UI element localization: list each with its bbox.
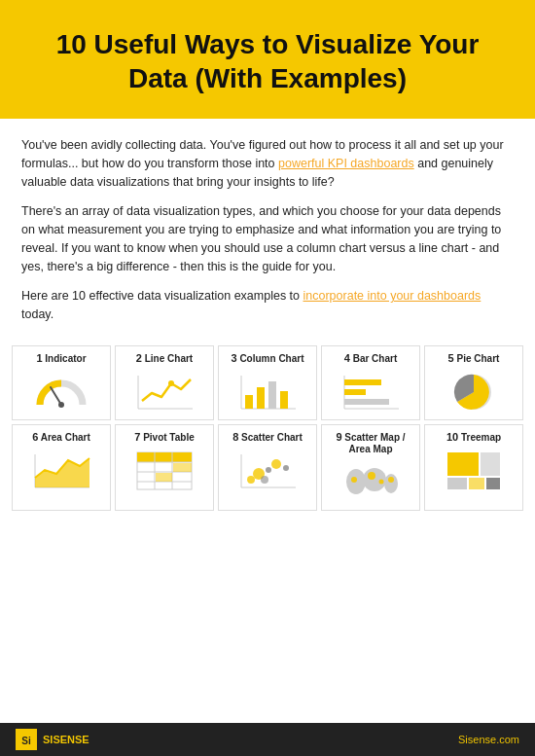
page-wrapper: 10 Useful Ways to Visualize Your Data (W…: [0, 0, 535, 756]
svg-rect-28: [173, 463, 192, 472]
treemap-icon: [443, 450, 505, 492]
card-scatter-map: 9 Scatter Map / Area Map: [321, 424, 420, 511]
card-pivot-table: 7 Pivot Table: [115, 424, 214, 511]
footer: Si SISENSE Sisense.com: [0, 723, 535, 756]
scatter-chart-icon: [236, 450, 299, 492]
svg-point-31: [247, 476, 255, 484]
paragraph-1: You've been avidly collecting data. You'…: [21, 136, 514, 191]
card-column-chart: 3 Column Chart: [218, 345, 317, 420]
card-scatter-chart: 8 Scatter Chart: [218, 424, 317, 511]
svg-rect-21: [137, 452, 192, 462]
svg-rect-9: [268, 381, 276, 409]
column-chart-icon: [236, 371, 299, 414]
svg-point-4: [168, 380, 174, 386]
svg-text:Si: Si: [21, 736, 31, 746]
pie-chart-icon: [443, 371, 505, 414]
scatter-map-icon: [339, 461, 402, 504]
card-line-chart: 2 Line Chart: [115, 345, 214, 420]
content-section: You've been avidly collecting data. You'…: [0, 119, 535, 345]
svg-point-1: [58, 402, 64, 408]
svg-rect-27: [156, 473, 172, 482]
svg-rect-45: [481, 452, 500, 476]
svg-line-0: [51, 387, 61, 405]
svg-point-42: [379, 480, 384, 485]
svg-rect-7: [245, 395, 253, 409]
svg-rect-44: [447, 452, 479, 476]
line-chart-icon: [133, 371, 196, 414]
svg-rect-14: [344, 389, 366, 395]
svg-point-33: [266, 467, 271, 473]
card-indicator: 1 Indicator: [12, 345, 111, 420]
card-bar-chart: 4 Bar Chart: [321, 345, 420, 420]
area-chart-icon: [30, 450, 92, 492]
svg-marker-19: [35, 458, 89, 487]
svg-point-41: [368, 472, 375, 480]
svg-rect-8: [257, 387, 265, 409]
indicator-icon: [30, 371, 92, 414]
svg-rect-13: [344, 379, 381, 385]
svg-point-36: [261, 476, 268, 484]
incorporate-link[interactable]: incorporate into your dashboards: [303, 289, 482, 303]
svg-rect-10: [280, 391, 288, 409]
svg-rect-46: [447, 478, 467, 489]
card-area-chart: 6 Area Chart: [12, 424, 111, 511]
pivot-table-icon: [133, 450, 196, 492]
svg-rect-15: [344, 399, 389, 405]
bar-chart-icon: [339, 371, 402, 414]
cards-grid: 1 Indicator 2 Line Chart: [0, 345, 535, 521]
paragraph-3: Here are 10 effective data visualization…: [21, 287, 514, 324]
svg-point-40: [351, 477, 357, 483]
footer-logo: Si SISENSE: [16, 729, 89, 750]
kpi-dashboards-link[interactable]: powerful KPI dashboards: [278, 157, 414, 170]
svg-rect-47: [469, 478, 484, 489]
svg-rect-48: [486, 478, 500, 489]
page-title: 10 Useful Ways to Visualize Your Data (W…: [39, 27, 496, 95]
footer-url: Sisense.com: [458, 734, 519, 745]
footer-brand: SISENSE: [43, 734, 89, 745]
svg-point-34: [271, 459, 281, 469]
card-pie-chart: 5 Pie Chart: [424, 345, 523, 420]
card-treemap: 10 Treemap: [424, 424, 523, 511]
header-section: 10 Useful Ways to Visualize Your Data (W…: [0, 0, 535, 119]
sisense-logo-icon: Si: [16, 729, 37, 750]
svg-point-43: [388, 477, 394, 483]
svg-point-35: [283, 465, 289, 471]
paragraph-2: There's an array of data visualization t…: [21, 202, 514, 275]
